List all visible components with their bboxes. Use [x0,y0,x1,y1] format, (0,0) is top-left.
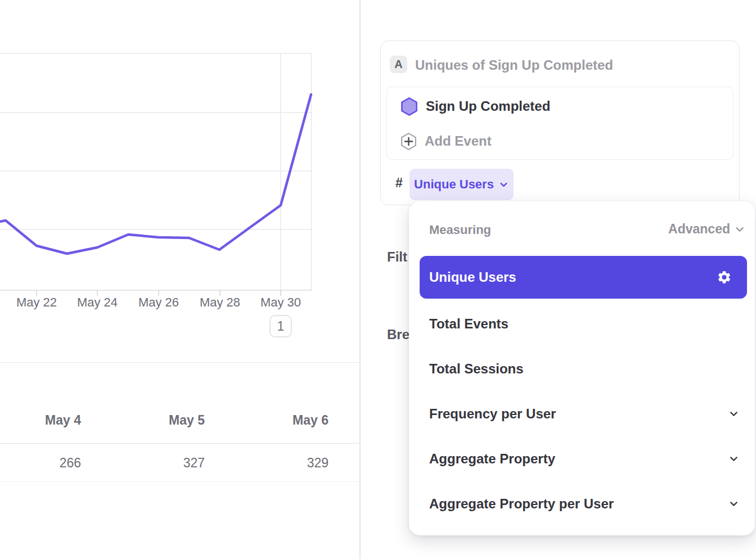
event-card: Sign Up Completed Add Event [386,87,734,160]
table-header-cell: May 6 [205,413,328,428]
filter-section-label: Filt [387,249,407,265]
menu-item-total-sessions[interactable]: Total Sessions [409,346,755,391]
menu-item-label: Total Sessions [429,361,524,377]
measuring-mode-selector[interactable]: Advanced [668,222,746,237]
table-header-cell: May 4 [0,413,81,428]
chevron-down-icon [728,453,740,465]
breakdown-section-label: Bre [387,327,410,342]
menu-item-aggregate-property-per-user[interactable]: Aggregate Property per User [409,481,755,526]
x-axis-tick-label: May 28 [200,295,240,309]
measuring-menu-header: Measuring Advanced [409,201,755,256]
table-value-row: 266327329 [0,456,328,471]
x-axis-tick-label: May 22 [16,295,57,309]
x-axis-tick-label: May 30 [260,295,301,309]
pagination-page-button[interactable]: 1 [269,315,292,337]
event-hexagon-icon [399,96,419,117]
menu-item-label: Aggregate Property [429,451,555,467]
pane-divider [359,0,361,559]
menu-item-aggregate-property[interactable]: Aggregate Property [409,436,755,481]
measuring-label: Measuring [429,223,491,237]
table-value-cell: 266 [0,456,81,471]
event-row-sign-up-completed[interactable]: Sign Up Completed [387,88,733,124]
line-chart-canvas: May 22May 24May 26May 28May 30 [0,0,359,349]
measuring-menu-items: Unique UsersTotal EventsTotal SessionsFr… [409,256,755,526]
table-bottom-divider [0,481,359,482]
add-event-button[interactable]: Add Event [387,123,733,159]
metric-prefix-hash: # [395,175,403,191]
chevron-down-icon [734,223,746,236]
x-axis-tick-label: May 24 [77,295,118,309]
table-header-divider [0,443,359,444]
menu-item-label: Total Events [429,316,508,332]
add-event-label: Add Event [425,133,492,149]
measuring-dropdown-menu: Measuring Advanced Unique UsersTotal Eve… [409,201,755,535]
gear-icon[interactable] [717,270,732,285]
metric-selector-label: Unique Users [414,177,494,192]
x-axis-tick-label: May 26 [138,295,179,309]
menu-item-label: Aggregate Property per User [429,496,614,512]
table-header-cell: May 5 [81,413,205,428]
table-top-divider [0,362,359,363]
event-name-label: Sign Up Completed [426,98,550,114]
series-letter-badge[interactable]: A [390,56,407,73]
metric-selector-chip[interactable]: Unique Users [410,169,514,200]
menu-item-label: Unique Users [429,269,516,285]
chevron-down-icon [728,408,740,420]
menu-item-unique-users[interactable]: Unique Users [420,256,747,299]
chevron-down-icon [498,179,509,190]
menu-item-label: Frequency per User [429,406,556,422]
menu-item-total-events[interactable]: Total Events [409,301,755,346]
add-event-hexagon-plus-icon [399,132,418,151]
query-title: Uniques of Sign Up Completed [415,57,613,73]
table-header-row: May 4May 5May 6 [0,413,328,428]
query-builder-card: A Uniques of Sign Up Completed Sign Up C… [380,40,740,205]
chevron-down-icon [728,498,740,510]
measuring-mode-label: Advanced [668,222,730,237]
table-value-cell: 329 [205,456,328,471]
insights-report-view: May 22May 24May 26May 28May 30 1 May 4Ma… [0,0,756,559]
table-value-cell: 327 [81,456,205,471]
line-chart: May 22May 24May 26May 28May 30 1 [0,0,359,349]
menu-item-frequency-per-user[interactable]: Frequency per User [409,391,755,436]
